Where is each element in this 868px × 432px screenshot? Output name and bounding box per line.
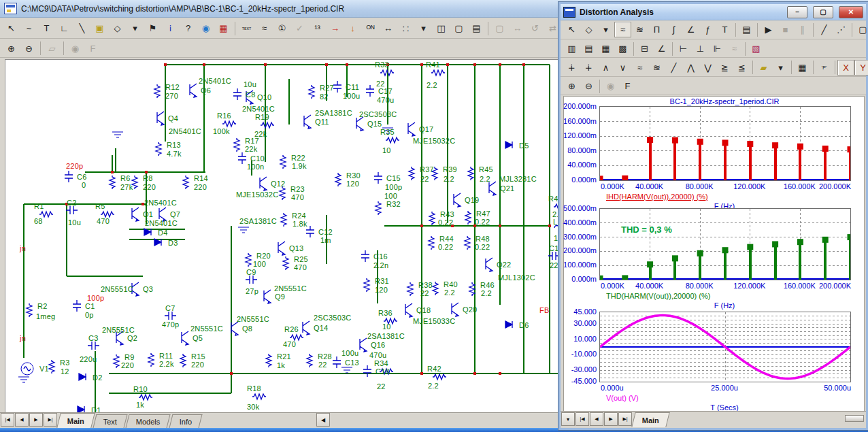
bw-grid-icon[interactable]: ▦	[215, 20, 232, 36]
component-tool-icon[interactable]: ▣	[91, 20, 108, 36]
horizontal-grid-icon[interactable]: ▤	[580, 41, 597, 56]
cursor-left-icon[interactable]: ⊢	[675, 41, 692, 56]
properties-sheet-icon[interactable]: ▤	[468, 20, 485, 36]
sheet-border-icon[interactable]: ◫	[433, 20, 450, 36]
help-point-icon[interactable]: ?	[180, 20, 197, 36]
pin-numbers-icon[interactable]: ¹³	[309, 20, 326, 36]
nav-button-0[interactable]: |◀	[1, 413, 14, 427]
chart-2-plot-area[interactable]	[599, 208, 851, 280]
line-tool-icon[interactable]: ╱	[816, 22, 833, 37]
zoom-in-icon[interactable]: ⊕	[563, 78, 580, 94]
node-numbers-icon[interactable]: ①	[273, 20, 290, 36]
tab-text[interactable]: Text	[93, 414, 128, 428]
fft-icon[interactable]: ƒ	[699, 22, 716, 37]
ortho-wire-icon[interactable]: ∟	[56, 20, 73, 36]
valley-icon[interactable]: ∨	[614, 60, 631, 76]
nav-button-1[interactable]: ◀	[15, 413, 29, 427]
globe-icon[interactable]: ◉	[67, 41, 84, 56]
analysis-titlebar[interactable]: Distortion Analysis – ▢ ✕	[561, 4, 866, 20]
node-voltages-icon[interactable]: ✓	[291, 20, 308, 36]
group-icon[interactable]: ▢	[491, 20, 508, 36]
text-stamp-icon[interactable]: ᴛᴇxᴛ	[238, 20, 255, 36]
page-dropdown-button[interactable]: ▾	[561, 412, 575, 426]
run-icon[interactable]: ▶	[760, 22, 777, 37]
cursor-region-icon[interactable]: ▢	[450, 20, 467, 36]
add-part-dropdown-icon[interactable]: ▾	[772, 60, 789, 76]
stretch-icon[interactable]: ↔	[509, 20, 526, 36]
current-arrow-icon[interactable]: →	[327, 20, 344, 36]
dotted-grid-icon[interactable]: ▩	[614, 41, 631, 56]
chart-1-plot-area[interactable]	[599, 106, 851, 181]
cursor-both-icon[interactable]: ⊩	[709, 41, 726, 56]
full-grid-icon[interactable]: ▦	[597, 41, 614, 56]
h-scroll-left-button[interactable]: ◀	[316, 413, 330, 427]
y-scale-icon[interactable]: Y	[854, 60, 868, 76]
stop-icon[interactable]: ■	[777, 22, 794, 37]
web-icon[interactable]: ◉	[197, 20, 214, 36]
nav-button-0[interactable]: |◀	[575, 412, 589, 426]
condition-on-icon[interactable]: ᴼᴺ	[362, 20, 379, 36]
x-scale-icon[interactable]: X	[837, 60, 854, 76]
next-left-icon[interactable]: ∔	[563, 60, 580, 76]
info-tool-icon[interactable]: i	[162, 20, 179, 36]
vertical-grid-icon[interactable]: ▥	[563, 41, 580, 56]
zoom-out-icon[interactable]: ⊖	[20, 41, 37, 56]
nav-button-3[interactable]: ▶|	[44, 413, 57, 427]
pause-icon[interactable]: ∥	[794, 22, 811, 37]
shape-tool-icon[interactable]: ◇	[109, 20, 126, 36]
tangent-icon[interactable]: ∠	[653, 41, 670, 56]
grid-dots-icon[interactable]: ⸬	[397, 20, 414, 36]
f-metrics-icon[interactable]: F	[619, 78, 636, 94]
line-tool-icon[interactable]: ╲	[73, 20, 90, 36]
shape-tool-icon[interactable]: ◇	[580, 22, 597, 37]
text-tool-icon[interactable]: T	[38, 20, 55, 36]
zoom-out-icon[interactable]: ⊖	[580, 78, 597, 94]
low-icon[interactable]: ≋	[648, 60, 665, 76]
scope-settings-icon[interactable]: ▧	[748, 41, 765, 56]
next-right-icon[interactable]: ∔	[580, 60, 597, 76]
zoom-in-icon[interactable]: ⊕	[3, 41, 20, 56]
text-tool-icon[interactable]: T	[716, 22, 733, 37]
local-max-icon[interactable]: ⋀	[682, 60, 699, 76]
tab-models[interactable]: Models	[126, 414, 171, 428]
nav-button-2[interactable]: ▶	[604, 412, 618, 426]
flag-tool-icon[interactable]: ⚑	[144, 20, 161, 36]
high-icon[interactable]: ≈	[631, 60, 648, 76]
numeric-output-icon[interactable]: ▦	[794, 60, 811, 76]
grid-dropdown-icon[interactable]: ▾	[415, 20, 432, 36]
local-min-icon[interactable]: ⋁	[699, 60, 716, 76]
r1-values-icon[interactable]: ≈	[256, 20, 273, 36]
smoothing-icon[interactable]: ≈	[726, 41, 743, 56]
pan-icon[interactable]: ◉	[602, 78, 619, 94]
wire-mode-icon[interactable]: ~	[20, 20, 37, 36]
slope-icon[interactable]: ∠	[682, 22, 699, 37]
nav-button-1[interactable]: ◀	[590, 412, 603, 426]
folder-icon[interactable]: ▱	[44, 41, 61, 56]
nav-button-2[interactable]: ▶	[29, 413, 43, 427]
tab-main[interactable]: Main	[631, 412, 670, 427]
f-metrics-icon[interactable]: F	[84, 41, 101, 56]
peak-icon[interactable]: ∧	[597, 60, 614, 76]
limits-icon[interactable]: Π	[648, 22, 665, 37]
p-key-icon[interactable]: 'P'	[816, 60, 833, 76]
shape-dropdown-icon[interactable]: ▾	[597, 22, 614, 37]
select-tool-icon[interactable]: ↖	[3, 20, 20, 36]
close-button[interactable]: ✕	[839, 6, 863, 18]
power-icon[interactable]: ↓	[344, 20, 361, 36]
inflection-icon[interactable]: ╱	[665, 60, 682, 76]
stepping-icon[interactable]: ∫	[665, 22, 682, 37]
pin-leads-icon[interactable]: ↔	[380, 20, 397, 36]
baseline-icon[interactable]: ⊟	[636, 41, 653, 56]
scope-mode-icon[interactable]: ≈	[614, 22, 631, 37]
polyline-tool-icon[interactable]: ⋰	[833, 22, 850, 37]
rotate-icon[interactable]: ↺	[527, 20, 544, 36]
properties-icon[interactable]: ▤	[738, 22, 755, 37]
select-tool-icon[interactable]: ↖	[563, 22, 580, 37]
maximize-button[interactable]: ▢	[813, 6, 833, 18]
resize-gripper[interactable]	[845, 415, 864, 422]
waveforms-icon[interactable]: ≋	[631, 22, 648, 37]
minimize-button[interactable]: –	[787, 6, 807, 18]
cursor-bottom-icon[interactable]: ⊥	[692, 41, 709, 56]
tab-info[interactable]: Info	[169, 414, 202, 428]
select-region-icon[interactable]: ▢	[854, 22, 868, 37]
